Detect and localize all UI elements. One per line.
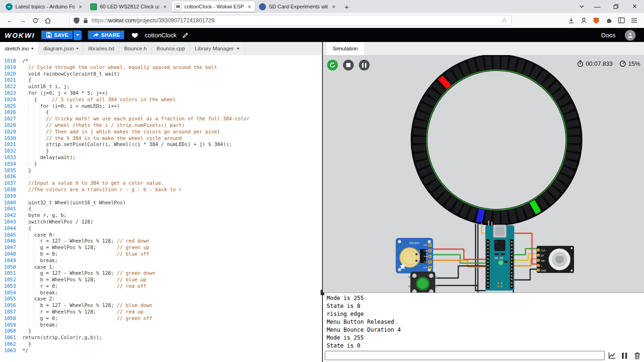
home-button[interactable] bbox=[42, 14, 54, 27]
line-number: 1028 bbox=[0, 122, 22, 129]
like-heart-icon[interactable] bbox=[131, 32, 139, 39]
wokwi-logo[interactable]: WOKWI bbox=[5, 31, 35, 39]
bookmark-star-icon[interactable]: ☆ bbox=[502, 17, 507, 24]
browser-tab-arduino-forum[interactable]: ∞ Latest topics - Arduino Forum × bbox=[3, 1, 86, 12]
line-number: 1063 bbox=[0, 348, 22, 354]
tab-close-icon[interactable]: × bbox=[77, 3, 83, 10]
forward-button[interactable]: → bbox=[16, 14, 29, 27]
share-button[interactable]: SHARE bbox=[88, 30, 126, 40]
tab-close-icon[interactable]: × bbox=[331, 3, 336, 10]
nano-power-led bbox=[499, 262, 502, 264]
tab-title: 60 LED WS2812 Clock using sta... bbox=[100, 4, 159, 9]
new-tab-button[interactable]: + bbox=[341, 1, 353, 12]
sidebar-toggle-icon[interactable] bbox=[615, 14, 628, 27]
code-editor[interactable]: 1018/*1019 // Cycle through the color wh… bbox=[0, 55, 322, 362]
code-line: 1021 { bbox=[0, 77, 322, 84]
pushbutton[interactable] bbox=[408, 272, 437, 292]
forum-favicon bbox=[90, 3, 97, 10]
pause-output-icon[interactable] bbox=[620, 350, 630, 361]
tab-close-icon[interactable]: × bbox=[246, 3, 252, 10]
line-number: 1024 bbox=[0, 97, 22, 103]
line-number: 1018 bbox=[0, 58, 22, 64]
code-line: 1038 //The colours are a transition r - … bbox=[0, 187, 322, 193]
project-title[interactable]: cottonClock bbox=[145, 32, 176, 39]
neopixel-ring[interactable] bbox=[413, 56, 581, 224]
user-avatar[interactable] bbox=[625, 30, 636, 41]
browser-tab-sd-card[interactable]: SD Card Experiments with Ardu... × bbox=[256, 1, 339, 12]
tab-close-icon[interactable]: × bbox=[162, 3, 168, 10]
tracking-shield-icon[interactable] bbox=[73, 17, 80, 24]
rtc-ds1307-module[interactable]: DS1307 bbox=[396, 238, 433, 273]
list-all-tabs-chevron-icon[interactable] bbox=[575, 0, 588, 13]
pause-simulation-button[interactable] bbox=[359, 60, 370, 70]
wire-black[interactable] bbox=[476, 224, 485, 291]
nano-right-pin-header bbox=[510, 239, 513, 289]
line-number: 1025 bbox=[0, 103, 22, 110]
browser-tab-wokwi-active[interactable]: W cottonClock - Wokwi ESP32, ST... × bbox=[172, 1, 255, 12]
restart-simulation-button[interactable] bbox=[327, 60, 338, 70]
line-number: 1026 bbox=[0, 109, 22, 116]
line-number: 1036 bbox=[0, 174, 22, 180]
line-number: 1044 bbox=[0, 225, 22, 232]
extensions-puzzle-icon[interactable] bbox=[602, 14, 615, 27]
line-number: 1039 bbox=[0, 193, 22, 200]
stop-simulation-button[interactable] bbox=[343, 60, 354, 70]
code-line: 1020 void rainbowCycle(uint8_t wait) bbox=[0, 71, 322, 77]
serial-input[interactable] bbox=[325, 351, 605, 360]
clear-output-trash-icon[interactable] bbox=[632, 350, 642, 361]
code-line: 1047 g = WheelPos % 128; // green up bbox=[0, 244, 322, 251]
line-number: 1062 bbox=[0, 341, 22, 348]
wire-black[interactable] bbox=[514, 269, 537, 280]
rename-pencil-icon[interactable] bbox=[182, 32, 189, 38]
plotter-chart-icon[interactable] bbox=[607, 350, 617, 361]
code-line: 1055 case 2: bbox=[0, 296, 322, 302]
tab-bounce-h[interactable]: Bounce.h bbox=[119, 42, 152, 55]
tab-libraries-txt[interactable]: libraries.txt bbox=[84, 42, 119, 55]
address-bar[interactable]: https://wokwi.com/projects/3930907172418… bbox=[69, 15, 511, 26]
code-line: 1040 uint32_t Wheel(uint16_t WheelPos) bbox=[0, 200, 322, 206]
adblock-extension-icon[interactable] bbox=[590, 14, 602, 27]
restore-button[interactable] bbox=[607, 0, 625, 13]
tab-bounce-cpp[interactable]: Bounce.cpp bbox=[152, 42, 190, 55]
tab-library-manager[interactable]: Library Manager bbox=[190, 42, 245, 55]
arduino-nano[interactable] bbox=[485, 225, 514, 291]
save-dropdown-button[interactable] bbox=[74, 30, 82, 40]
serial-monitor-output: Mode is 255State is 8rising edgeMenu But… bbox=[323, 292, 644, 349]
code-line: 1033 delay(wait); bbox=[0, 154, 322, 161]
tab-sketch-ino[interactable]: sketch.ino● bbox=[0, 42, 39, 55]
close-button[interactable]: × bbox=[625, 0, 644, 13]
blog-favicon bbox=[259, 3, 266, 10]
person-icon bbox=[627, 32, 633, 38]
serial-line: Mode is 255 bbox=[327, 294, 644, 302]
code-line: 1052 b = WheelPos % 128; // blue up bbox=[0, 277, 322, 283]
rotary-encoder[interactable]: CLK DT SW + GND bbox=[537, 246, 574, 273]
code-line: 1041 { bbox=[0, 206, 322, 212]
reload-button[interactable] bbox=[29, 14, 42, 27]
tab-simulation[interactable]: Simulation bbox=[327, 42, 364, 55]
lock-icon[interactable] bbox=[83, 17, 89, 24]
menu-hamburger-icon[interactable] bbox=[628, 14, 640, 27]
line-number: 1031 bbox=[0, 141, 22, 148]
save-button[interactable]: SAVE bbox=[41, 30, 74, 40]
browser-nav-bar: ← → https://wokwi.com/projects/393090717… bbox=[0, 13, 644, 28]
wires bbox=[433, 221, 537, 292]
browser-tab-ws2812-clock[interactable]: 60 LED WS2812 Clock using sta... × bbox=[87, 1, 170, 12]
unsaved-dot: ● bbox=[76, 47, 78, 50]
svg-text:CLK: CLK bbox=[541, 249, 546, 252]
tab-diagram-json[interactable]: diagram.json● bbox=[39, 42, 84, 55]
downloads-icon[interactable] bbox=[565, 14, 577, 27]
code-line: 1032 } bbox=[0, 148, 322, 154]
line-number: 1035 bbox=[0, 167, 22, 174]
line-number: 1041 bbox=[0, 206, 22, 212]
line-number: 1038 bbox=[0, 187, 22, 193]
minimize-button[interactable]: — bbox=[588, 0, 607, 13]
account-icon[interactable] bbox=[577, 14, 590, 27]
back-button[interactable]: ← bbox=[4, 14, 16, 27]
button-cap[interactable] bbox=[417, 278, 429, 290]
simulation-canvas[interactable]: DS1307 bbox=[323, 55, 644, 292]
docs-link[interactable]: Docs bbox=[601, 32, 616, 39]
line-number: 1033 bbox=[0, 154, 22, 161]
simulation-panel: DS1307 bbox=[323, 55, 644, 362]
line-number: 1052 bbox=[0, 277, 22, 283]
circuit-diagram: DS1307 bbox=[323, 55, 644, 292]
